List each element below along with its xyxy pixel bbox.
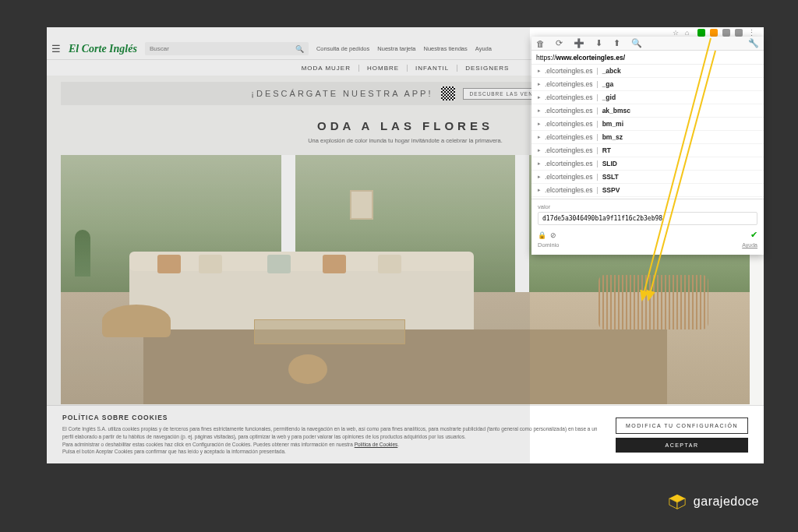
delete-icon[interactable]: 🗑: [536, 39, 545, 48]
cookie-row[interactable]: ▸.elcorteingles.es | SSLT: [531, 171, 764, 184]
cookie-list[interactable]: ▸.elcorteingles.es | _abck▸.elcorteingle…: [531, 65, 764, 199]
cookie-row[interactable]: ▸.elcorteingles.es | _gid: [531, 91, 764, 104]
cookie-editor-ext-icon[interactable]: [697, 29, 705, 37]
cookie-body-3: Pulsa el botón Aceptar Cookies para conf…: [62, 449, 286, 454]
cookie-row[interactable]: ▸.elcorteingles.es | bm_sz: [531, 131, 764, 144]
domain-label: Dominio: [538, 241, 560, 248]
search-icon[interactable]: 🔍: [295, 45, 304, 53]
help-link[interactable]: Ayuda: [742, 242, 757, 248]
ext-toolbar: 🗑 ⟳ ➕ ⬇ ⬆ 🔍 🔧: [531, 37, 764, 51]
cookie-banner: POLÍTICA SOBRE COOKIES El Corte Inglés S…: [47, 405, 764, 463]
import-icon[interactable]: ⬇: [595, 38, 602, 48]
cookie-row[interactable]: ▸.elcorteingles.es | ak_bmsc: [531, 104, 764, 118]
link-tarjeta[interactable]: Nuestra tarjeta: [377, 45, 415, 52]
extension-icon[interactable]: [710, 29, 718, 37]
nav-hombre[interactable]: HOMBRE: [359, 65, 408, 72]
link-tiendas[interactable]: Nuestras tiendas: [424, 45, 468, 52]
link-ayuda[interactable]: Ayuda: [475, 45, 492, 52]
nav-designers[interactable]: DESIGNERS: [457, 65, 517, 72]
banner-text: ¡DESCÁRGATE NUESTRA APP!: [251, 89, 433, 98]
hamburger-menu-icon[interactable]: ☰: [51, 43, 61, 55]
extension-icon-2[interactable]: [722, 29, 730, 37]
home-icon[interactable]: ⌂: [685, 29, 693, 37]
bookmark-icon[interactable]: ☆: [673, 29, 680, 37]
cookie-body-1: El Corte Inglés S.A. utiliza cookies pro…: [62, 426, 598, 439]
cookie-row[interactable]: ▸.elcorteingles.es | SLID: [531, 157, 764, 171]
watermark: garajedoce: [667, 493, 759, 510]
ext-url-bar[interactable]: https://www.elcorteingles.es/: [531, 51, 764, 65]
cookie-row[interactable]: ▸.elcorteingles.es | bm_mi: [531, 118, 764, 131]
value-label: valor: [538, 203, 757, 210]
search-input[interactable]: [150, 45, 295, 52]
export-icon[interactable]: ⬆: [613, 38, 620, 48]
qr-code: [441, 86, 455, 100]
lock-icon[interactable]: 🔒: [538, 231, 546, 239]
cookie-policy-link[interactable]: Política de Cookies: [355, 442, 398, 447]
check-icon[interactable]: ✔: [750, 230, 757, 240]
cookie-row[interactable]: ▸.elcorteingles.es | RT: [531, 144, 764, 157]
cookie-accept-button[interactable]: ACEPTAR: [616, 438, 748, 453]
cookie-row[interactable]: ▸.elcorteingles.es | _ga: [531, 78, 764, 91]
search-icon[interactable]: 🔍: [631, 38, 642, 48]
cookie-editor-popup: 🗑 ⟳ ➕ ⬇ ⬆ 🔍 🔧 https://www.elcorteingles.…: [531, 37, 764, 255]
extension-icon-3[interactable]: [735, 29, 743, 37]
cookie-row[interactable]: ▸.elcorteingles.es | SSPV: [531, 184, 764, 197]
cookie-value-field[interactable]: d17de5a3046490b1a9f11f16c2b3eb98: [538, 212, 757, 225]
cookie-title: POLÍTICA SOBRE COOKIES: [62, 414, 600, 421]
add-icon[interactable]: ➕: [574, 38, 584, 48]
settings-wrench-icon[interactable]: 🔧: [748, 38, 759, 48]
nav-moda-mujer[interactable]: MODA MUJER: [294, 65, 359, 72]
cookie-config-button[interactable]: MODIFICA TU CONFIGURACIÓN: [616, 417, 748, 434]
cookie-body-2: Para administrar o deshabilitar estas co…: [62, 442, 355, 447]
refresh-icon[interactable]: ⟳: [556, 38, 563, 48]
search-box[interactable]: 🔍: [145, 42, 309, 55]
link-pedidos[interactable]: Consulta de pedidos: [316, 45, 369, 52]
cookie-row[interactable]: ▸.elcorteingles.es | _abck: [531, 65, 764, 78]
header-links: Consulta de pedidos Nuestra tarjeta Nues…: [316, 45, 492, 52]
cookie-detail: valor d17de5a3046490b1a9f11f16c2b3eb98 🔒…: [531, 199, 764, 252]
cube-icon: [667, 493, 687, 510]
watermark-text: garajedoce: [694, 495, 759, 509]
site-logo[interactable]: El Corte Inglés: [69, 43, 137, 55]
block-icon[interactable]: ⊘: [550, 231, 556, 239]
nav-infantil[interactable]: INFANTIL: [408, 65, 457, 72]
